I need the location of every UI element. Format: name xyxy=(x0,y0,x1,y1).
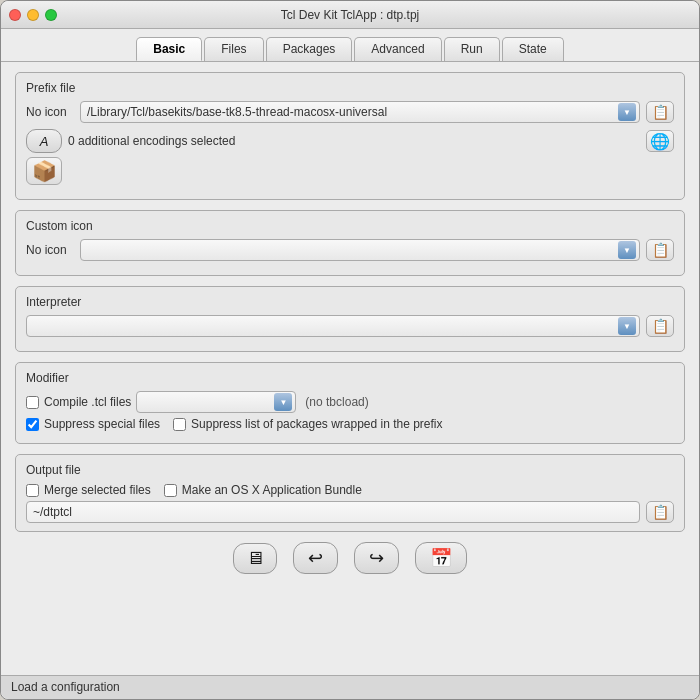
prefix-dropdown-wrapper: /Library/Tcl/basekits/base-tk8.5-thread-… xyxy=(80,101,640,123)
bottom-toolbar: 🖥 ↩ ↪ 📅 xyxy=(15,542,685,574)
suppress-special-label: Suppress special files xyxy=(44,417,160,431)
tab-packages[interactable]: Packages xyxy=(266,37,353,61)
output-file-button[interactable]: 📋 xyxy=(646,501,674,523)
merge-label: Merge selected files xyxy=(44,483,151,497)
custom-no-icon-label: No icon xyxy=(26,243,74,257)
merge-files-checkbox[interactable] xyxy=(26,484,39,497)
file-icon: 📋 xyxy=(652,104,669,120)
custom-icon-row: No icon 📋 xyxy=(26,239,674,261)
custom-icon-dropdown[interactable] xyxy=(80,239,640,261)
file-icon-2: 📋 xyxy=(652,242,669,258)
toolbar-icon-4: 📅 xyxy=(430,547,452,569)
no-tbcload-label: (no tbcload) xyxy=(305,395,368,409)
no-icon-label: No icon xyxy=(26,105,74,119)
interpreter-section: Interpreter 📋 xyxy=(15,286,685,352)
interpreter-title: Interpreter xyxy=(26,295,674,309)
suppress-special-checkbox[interactable] xyxy=(26,418,39,431)
tab-bar: Basic Files Packages Advanced Run State xyxy=(1,29,699,62)
modifier-title: Modifier xyxy=(26,371,674,385)
osx-bundle-checkbox[interactable] xyxy=(164,484,177,497)
file-icon-3: 📋 xyxy=(652,318,669,334)
box-button[interactable]: 📦 xyxy=(26,157,62,185)
custom-icon-section: Custom icon No icon 📋 xyxy=(15,210,685,276)
prefix-dropdown[interactable]: /Library/Tcl/basekits/base-tk8.5-thread-… xyxy=(80,101,640,123)
compile-dropdown-wrapper xyxy=(136,391,296,413)
compile-tcl-row: Compile .tcl files (no tbcload) xyxy=(26,391,674,413)
tab-run[interactable]: Run xyxy=(444,37,500,61)
interpreter-dropdown-wrapper xyxy=(26,315,640,337)
toolbar-button-2[interactable]: ↩ xyxy=(293,542,338,574)
compile-tcl-checkbox[interactable] xyxy=(26,396,39,409)
osx-bundle-label: Make an OS X Application Bundle xyxy=(182,483,362,497)
interpreter-dropdown[interactable] xyxy=(26,315,640,337)
tab-basic[interactable]: Basic xyxy=(136,37,202,61)
main-window: Tcl Dev Kit TclApp : dtp.tpj Basic Files… xyxy=(0,0,700,700)
tab-state[interactable]: State xyxy=(502,37,564,61)
custom-icon-file-button[interactable]: 📋 xyxy=(646,239,674,261)
interpreter-file-button[interactable]: 📋 xyxy=(646,315,674,337)
box-row: 📦 xyxy=(26,157,674,185)
merge-row: Merge selected files Make an OS X Applic… xyxy=(26,483,674,497)
output-path-row: 📋 xyxy=(26,501,674,523)
interpreter-row: 📋 xyxy=(26,315,674,337)
globe-button[interactable]: 🌐 xyxy=(646,130,674,152)
compile-dropdown[interactable] xyxy=(136,391,296,413)
title-bar: Tcl Dev Kit TclApp : dtp.tpj xyxy=(1,1,699,29)
traffic-lights xyxy=(9,9,57,21)
prefix-section-title: Prefix file xyxy=(26,81,674,95)
toolbar-button-3[interactable]: ↪ xyxy=(354,542,399,574)
output-section: Output file Merge selected files Make an… xyxy=(15,454,685,532)
minimize-button[interactable] xyxy=(27,9,39,21)
globe-icon: 🌐 xyxy=(650,132,670,151)
modifier-section: Modifier Compile .tcl files (no tbcload)… xyxy=(15,362,685,444)
italic-button[interactable]: A xyxy=(26,129,62,153)
toolbar-icon-1: 🖥 xyxy=(246,548,264,569)
prefix-row: No icon /Library/Tcl/basekits/base-tk8.5… xyxy=(26,101,674,123)
tab-advanced[interactable]: Advanced xyxy=(354,37,441,61)
close-button[interactable] xyxy=(9,9,21,21)
output-path-input[interactable] xyxy=(26,501,640,523)
toolbar-button-4[interactable]: 📅 xyxy=(415,542,467,574)
custom-icon-title: Custom icon xyxy=(26,219,674,233)
box-icon: 📦 xyxy=(32,159,57,183)
prefix-file-button[interactable]: 📋 xyxy=(646,101,674,123)
prefix-section: Prefix file No icon /Library/Tcl/basekit… xyxy=(15,72,685,200)
suppress-list-label: Suppress list of packages wrapped in the… xyxy=(191,417,442,431)
file-icon-4: 📋 xyxy=(652,504,669,520)
tab-files[interactable]: Files xyxy=(204,37,263,61)
maximize-button[interactable] xyxy=(45,9,57,21)
suppress-special-row: Suppress special files Suppress list of … xyxy=(26,417,674,431)
encoding-text: 0 additional encodings selected xyxy=(68,134,640,148)
toolbar-icon-3: ↪ xyxy=(369,547,384,569)
compile-tcl-label: Compile .tcl files xyxy=(44,395,131,409)
window-title: Tcl Dev Kit TclApp : dtp.tpj xyxy=(281,8,420,22)
custom-icon-dropdown-wrapper xyxy=(80,239,640,261)
toolbar-icon-2: ↩ xyxy=(308,547,323,569)
main-content: Prefix file No icon /Library/Tcl/basekit… xyxy=(1,62,699,675)
encoding-row: A 0 additional encodings selected 🌐 xyxy=(26,129,674,153)
output-title: Output file xyxy=(26,463,674,477)
status-bar: Load a configuration xyxy=(1,675,699,699)
status-text: Load a configuration xyxy=(11,680,120,694)
toolbar-button-1[interactable]: 🖥 xyxy=(233,543,277,574)
suppress-list-checkbox[interactable] xyxy=(173,418,186,431)
